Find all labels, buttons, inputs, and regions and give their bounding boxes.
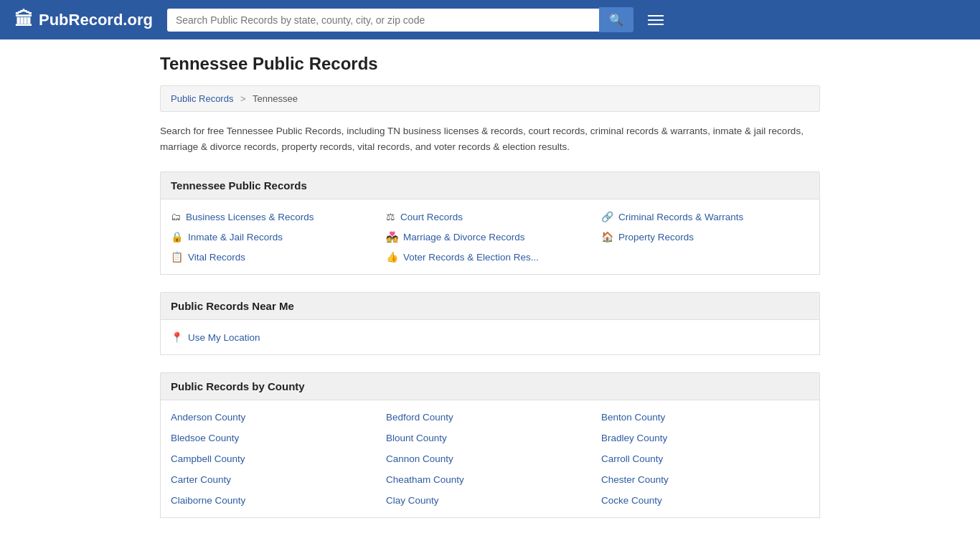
- page-title: Tennessee Public Records: [160, 54, 820, 74]
- record-item-property[interactable]: 🏠 Property Records: [601, 231, 809, 242]
- county-grid: Anderson County Bedford County Benton Co…: [171, 412, 809, 506]
- menu-button[interactable]: [648, 15, 664, 25]
- voter-icon: 👍: [386, 251, 398, 263]
- breadcrumb-separator: >: [240, 93, 246, 104]
- county-bedford[interactable]: Bedford County: [386, 412, 594, 423]
- county-cocke[interactable]: Cocke County: [601, 495, 809, 506]
- record-label-business: Business Licenses & Records: [186, 212, 314, 222]
- county-claiborne[interactable]: Claiborne County: [171, 495, 379, 506]
- site-logo[interactable]: 🏛 PubRecord.org: [14, 9, 153, 31]
- record-label-inmate: Inmate & Jail Records: [188, 232, 283, 242]
- record-item-vital[interactable]: 📋 Vital Records: [171, 251, 379, 263]
- business-icon: 🗂: [171, 211, 181, 222]
- record-label-vital: Vital Records: [188, 252, 245, 263]
- location-label: Use My Location: [188, 332, 260, 343]
- record-item-marriage[interactable]: 💑 Marriage & Divorce Records: [386, 231, 594, 242]
- record-item-criminal[interactable]: 🔗 Criminal Records & Warrants: [601, 211, 809, 222]
- county-bledsoe[interactable]: Bledsoe County: [171, 433, 379, 443]
- county-chester[interactable]: Chester County: [601, 474, 809, 485]
- record-item-voter[interactable]: 👍 Voter Records & Election Res...: [386, 251, 594, 263]
- logo-text: PubRecord.org: [39, 11, 153, 29]
- breadcrumb-home[interactable]: Public Records: [171, 93, 233, 104]
- record-label-marriage: Marriage & Divorce Records: [403, 232, 525, 242]
- county-section: Anderson County Bedford County Benton Co…: [160, 400, 820, 518]
- county-carter[interactable]: Carter County: [171, 474, 379, 485]
- vital-icon: 📋: [171, 251, 183, 263]
- record-label-court: Court Records: [400, 212, 463, 222]
- site-header: 🏛 PubRecord.org 🔍: [0, 0, 980, 39]
- county-clay[interactable]: Clay County: [386, 495, 594, 506]
- records-section: 🗂 Business Licenses & Records ⚖ Court Re…: [160, 199, 820, 275]
- page-description: Search for free Tennessee Public Records…: [160, 123, 820, 154]
- location-icon: 📍: [171, 331, 183, 343]
- record-label-property: Property Records: [618, 232, 694, 242]
- county-benton[interactable]: Benton County: [601, 412, 809, 423]
- inmate-icon: 🔒: [171, 231, 183, 242]
- search-input[interactable]: [167, 9, 599, 32]
- county-blount[interactable]: Blount County: [386, 433, 594, 443]
- marriage-icon: 💑: [386, 231, 398, 242]
- record-item-court[interactable]: ⚖ Court Records: [386, 211, 594, 222]
- county-cannon[interactable]: Cannon County: [386, 453, 594, 464]
- county-cheatham[interactable]: Cheatham County: [386, 474, 594, 485]
- near-me-section: 📍 Use My Location: [160, 320, 820, 355]
- court-icon: ⚖: [386, 211, 395, 222]
- near-me-section-header: Public Records Near Me: [160, 292, 820, 320]
- county-carroll[interactable]: Carroll County: [601, 453, 809, 464]
- county-section-header: Public Records by County: [160, 372, 820, 400]
- records-grid: 🗂 Business Licenses & Records ⚖ Court Re…: [171, 211, 809, 263]
- county-anderson[interactable]: Anderson County: [171, 412, 379, 423]
- county-campbell[interactable]: Campbell County: [171, 453, 379, 464]
- breadcrumb-current: Tennessee: [253, 93, 298, 104]
- logo-icon: 🏛: [14, 9, 33, 31]
- county-bradley[interactable]: Bradley County: [601, 433, 809, 443]
- breadcrumb: Public Records > Tennessee: [160, 85, 820, 112]
- record-label-criminal: Criminal Records & Warrants: [618, 212, 743, 222]
- record-item-business[interactable]: 🗂 Business Licenses & Records: [171, 211, 379, 222]
- record-label-voter: Voter Records & Election Res...: [403, 252, 539, 263]
- record-item-inmate[interactable]: 🔒 Inmate & Jail Records: [171, 231, 379, 242]
- records-section-header: Tennessee Public Records: [160, 171, 820, 199]
- property-icon: 🏠: [601, 231, 613, 242]
- use-my-location[interactable]: 📍 Use My Location: [171, 331, 809, 343]
- criminal-icon: 🔗: [601, 211, 613, 222]
- search-area: 🔍: [167, 7, 633, 32]
- search-button[interactable]: 🔍: [599, 7, 633, 32]
- main-content: Tennessee Public Records Public Records …: [146, 39, 834, 547]
